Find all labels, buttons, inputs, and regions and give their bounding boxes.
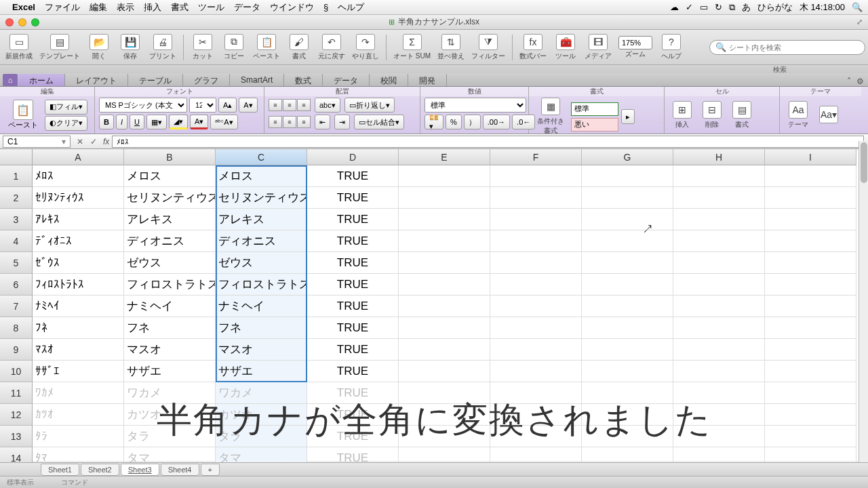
cell-A3[interactable]: ｱﾚｷｽ: [33, 209, 124, 230]
cell-F11[interactable]: [490, 382, 582, 404]
cell-D12[interactable]: TRUE: [307, 404, 399, 426]
row-header-6[interactable]: 6: [0, 274, 33, 296]
cell-B8[interactable]: フネ: [124, 317, 216, 339]
ribbon-tab-開発[interactable]: 開発: [408, 74, 447, 86]
cell-F7[interactable]: [490, 296, 582, 317]
row-header-5[interactable]: 5: [0, 252, 33, 274]
scroll-thumb[interactable]: [861, 142, 867, 183]
close-window-button[interactable]: [5, 18, 14, 26]
row-header-2[interactable]: 2: [0, 187, 33, 209]
zoom-input[interactable]: [618, 36, 652, 49]
check-icon[interactable]: ✓: [686, 2, 693, 12]
cell-H6[interactable]: [673, 274, 765, 296]
cell-C2[interactable]: セリヌンティウス: [216, 187, 307, 209]
toolbar-コピー[interactable]: ⧉コピー: [219, 31, 249, 64]
cell-H10[interactable]: [673, 361, 765, 382]
indent-dec-button[interactable]: ⇤: [315, 115, 330, 129]
cell-H12[interactable]: [673, 404, 765, 426]
cell-I6[interactable]: [765, 274, 856, 296]
cell-H13[interactable]: [673, 426, 765, 447]
ribbon-tab-グラフ[interactable]: グラフ: [183, 74, 230, 86]
cell-F4[interactable]: [490, 230, 582, 252]
cell-E1[interactable]: [399, 165, 490, 187]
sheet-tab-+[interactable]: +: [201, 464, 220, 476]
cell-A6[interactable]: ﾌｨﾛｽﾄﾗﾄｽ: [33, 274, 124, 296]
italic-button[interactable]: I: [116, 115, 127, 129]
minimize-window-button[interactable]: [18, 18, 26, 26]
cell-C3[interactable]: アレキス: [216, 209, 307, 230]
paste-button[interactable]: 📋ペースト: [4, 98, 42, 131]
col-header-I[interactable]: I: [765, 149, 856, 165]
cell-D3[interactable]: TRUE: [307, 209, 399, 230]
cell-G9[interactable]: [582, 339, 673, 361]
cell-G3[interactable]: [582, 209, 673, 230]
menu-ツール[interactable]: ツール: [198, 2, 224, 12]
cell-D6[interactable]: TRUE: [307, 274, 399, 296]
row-header-10[interactable]: 10: [0, 361, 33, 382]
cell-C6[interactable]: フィロストラトス: [216, 274, 307, 296]
cell-C5[interactable]: ゼウス: [216, 252, 307, 274]
ribbon-tab-数式[interactable]: 数式: [284, 74, 323, 86]
cell-G4[interactable]: [582, 230, 673, 252]
indent-inc-button[interactable]: ⇥: [334, 115, 350, 129]
spotlight-icon[interactable]: 🔍: [852, 2, 863, 12]
help-button[interactable]: ?ヘルプ: [656, 31, 686, 64]
toolbar-ツール[interactable]: 🧰ツール: [551, 31, 580, 64]
themes-button[interactable]: Aaテーマ: [784, 101, 812, 129]
col-header-B[interactable]: B: [124, 149, 216, 165]
style-normal[interactable]: 標準: [571, 102, 618, 116]
name-box[interactable]: C1▾: [3, 136, 71, 148]
styles-more-button[interactable]: ▸: [621, 109, 635, 124]
shrink-font-button[interactable]: A▾: [239, 98, 257, 113]
ribbon-tab-ホーム[interactable]: ホーム: [18, 74, 65, 86]
cell-E6[interactable]: [399, 274, 490, 296]
cell-B4[interactable]: ディオニス: [124, 230, 216, 252]
cell-B11[interactable]: ワカメ: [124, 382, 216, 404]
toolbar-テンプレート[interactable]: ▤テンプレート: [37, 31, 83, 64]
cell-D4[interactable]: TRUE: [307, 230, 399, 252]
cell-E10[interactable]: [399, 361, 490, 382]
merge-button[interactable]: ▭ セル結合 ▾: [354, 115, 404, 129]
menu-ウインドウ[interactable]: ウインドウ: [270, 2, 314, 12]
cell-F13[interactable]: [490, 426, 582, 447]
orientation-button[interactable]: abc▾: [315, 98, 340, 113]
row-header-11[interactable]: 11: [0, 382, 33, 404]
home-tab-icon[interactable]: ⌂: [3, 74, 18, 86]
cell-C7[interactable]: ナミヘイ: [216, 296, 307, 317]
cell-E8[interactable]: [399, 317, 490, 339]
timemachine-icon[interactable]: ↻: [715, 2, 722, 12]
comma-button[interactable]: ）: [464, 115, 481, 129]
cell-E12[interactable]: [399, 404, 490, 426]
cell-H11[interactable]: [673, 382, 765, 404]
cell-G7[interactable]: [582, 296, 673, 317]
row-header-8[interactable]: 8: [0, 317, 33, 339]
currency-button[interactable]: 💴▾: [425, 115, 443, 129]
cell-H3[interactable]: [673, 209, 765, 230]
toolbar-カット[interactable]: ✂カット: [188, 31, 218, 64]
cell-G8[interactable]: [582, 317, 673, 339]
align-buttons-2[interactable]: ≡≡≡: [269, 116, 311, 128]
cell-F6[interactable]: [490, 274, 582, 296]
cell-F2[interactable]: [490, 187, 582, 209]
percent-button[interactable]: %: [446, 115, 462, 129]
cell-B3[interactable]: アレキス: [124, 209, 216, 230]
ribbon-settings-icon[interactable]: ⚙: [856, 77, 864, 86]
cell-H1[interactable]: [673, 165, 765, 187]
toolbar-書式[interactable]: 🖌書式: [284, 31, 314, 64]
row-header-12[interactable]: 12: [0, 404, 33, 426]
cell-F10[interactable]: [490, 361, 582, 382]
spreadsheet-grid[interactable]: ABCDEFGHI 1234567891011121314 ﾒﾛｽメロスメロスT…: [0, 149, 868, 461]
cell-A7[interactable]: ﾅﾐﾍｲ: [33, 296, 124, 317]
cell-D8[interactable]: TRUE: [307, 317, 399, 339]
row-header-7[interactable]: 7: [0, 296, 33, 317]
col-header-E[interactable]: E: [399, 149, 490, 165]
accept-formula-button[interactable]: ✓: [87, 137, 100, 146]
col-header-A[interactable]: A: [33, 149, 124, 165]
cell-C8[interactable]: フネ: [216, 317, 307, 339]
cell-I1[interactable]: [765, 165, 856, 187]
ime-icon[interactable]: あ: [742, 1, 751, 14]
cell-C11[interactable]: ワカメ: [216, 382, 307, 404]
ribbon-tab-データ[interactable]: データ: [323, 74, 370, 86]
cell-I8[interactable]: [765, 317, 856, 339]
ribbon-tab-テーブル[interactable]: テーブル: [128, 74, 183, 86]
